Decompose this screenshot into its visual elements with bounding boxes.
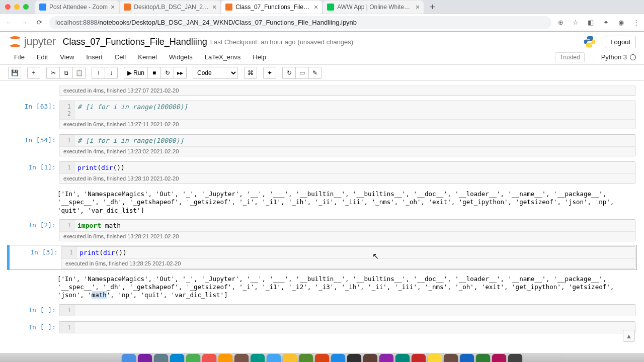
cut-button[interactable]: ✂ <box>46 67 59 79</box>
move-up-button[interactable]: ↑ <box>92 67 105 79</box>
dock-app-icon[interactable] <box>251 354 265 361</box>
dock-app-icon[interactable] <box>492 354 506 361</box>
dock-app-icon[interactable] <box>444 354 458 361</box>
code-input[interactable]: print(dir()) <box>76 247 635 258</box>
add-cell-button[interactable]: ＋ <box>27 67 40 79</box>
tab-close-icon[interactable]: × <box>416 3 420 11</box>
nbextension-button-1[interactable]: ✦ <box>263 67 276 79</box>
dock-app-icon[interactable] <box>202 354 216 361</box>
interrupt-button[interactable]: ■ <box>147 67 160 79</box>
notebook-container[interactable]: executed in 4ms, finished 13:27:07 2021-… <box>0 81 644 361</box>
dock-app-icon[interactable] <box>508 354 522 361</box>
save-button[interactable]: 💾 <box>8 67 21 79</box>
dock-app-icon[interactable] <box>234 354 249 361</box>
trusted-indicator[interactable]: Trusted <box>555 52 584 62</box>
menu-insert[interactable]: Insert <box>80 51 109 63</box>
command-palette-button[interactable]: ⌘ <box>244 67 257 79</box>
url-host: localhost <box>55 19 81 26</box>
profile-icon[interactable]: ◉ <box>617 19 625 27</box>
paste-button[interactable]: 📋 <box>72 67 86 79</box>
minimize-window-button[interactable] <box>14 4 20 10</box>
scroll-to-top-button[interactable]: ▲ <box>623 330 635 342</box>
code-cell[interactable]: In [3]: 1 print(dir()) executed in 6ms, … <box>7 245 637 270</box>
code-cell[interactable]: executed in 4ms, finished 13:27:07 2021-… <box>7 84 637 97</box>
dock-app-icon[interactable] <box>379 354 393 361</box>
jupyter-logo[interactable]: jupyter <box>8 35 56 49</box>
dock-app-icon[interactable] <box>283 354 297 361</box>
reload-button[interactable]: ⟳ <box>34 18 44 28</box>
dock-app-icon[interactable] <box>347 354 361 361</box>
dock-app-icon[interactable] <box>363 354 377 361</box>
dock-app-icon[interactable] <box>460 354 474 361</box>
zoom-icon[interactable]: ⊕ <box>556 19 565 27</box>
dock-app-icon[interactable] <box>299 354 313 361</box>
dock-app-icon[interactable] <box>331 354 345 361</box>
browser-tab[interactable]: Class_07_Functions_File_Hand× <box>221 1 322 14</box>
code-cell[interactable]: In [1]: 1 print(dir()) executed in 8ms, … <box>7 160 637 185</box>
menu-kernel[interactable]: Kernel <box>132 51 163 63</box>
code-cell[interactable]: In [54]: 1 # [i for i in range(10000)] e… <box>7 133 637 158</box>
dock-app-icon[interactable] <box>267 354 281 361</box>
move-down-button[interactable]: ↓ <box>105 67 118 79</box>
menu-edit[interactable]: Edit <box>31 51 54 63</box>
menu-help[interactable]: Help <box>247 51 272 63</box>
copy-button[interactable]: ⧉ <box>59 67 72 79</box>
menu-view[interactable]: View <box>54 51 80 63</box>
restart-button[interactable]: ↻ <box>160 67 174 79</box>
back-button[interactable]: ← <box>4 18 14 28</box>
tab-close-icon[interactable]: × <box>212 3 216 11</box>
maximize-window-button[interactable] <box>23 4 29 10</box>
dock-app-icon[interactable] <box>476 354 490 361</box>
menu-cell[interactable]: Cell <box>109 51 132 63</box>
bookmark-icon[interactable]: ☆ <box>572 19 580 27</box>
code-input[interactable]: # [i for i in range(100000)] <box>74 101 635 119</box>
new-tab-button[interactable]: + <box>425 2 440 13</box>
kernel-indicator[interactable]: Python 3 <box>595 53 636 61</box>
dock-app-icon[interactable] <box>428 354 442 361</box>
code-input[interactable]: print(dir()) <box>74 162 635 173</box>
code-input[interactable] <box>74 305 635 316</box>
code-cell[interactable]: In [ ]: 1 <box>7 303 637 318</box>
prompt: In [3]: <box>11 246 61 268</box>
notebook-name[interactable]: Class_07_Functions_File_Handliing <box>63 37 207 47</box>
browser-tab[interactable]: AWW App | Online Whiteboard× <box>323 1 424 14</box>
menu-icon[interactable]: ⋮ <box>632 19 640 27</box>
browser-tab[interactable]: Post Attendee - Zoom× <box>35 1 119 14</box>
dock-app-icon[interactable] <box>122 354 136 361</box>
tab-close-icon[interactable]: × <box>314 3 318 11</box>
extensions-puzzle-icon[interactable]: ✦ <box>602 19 610 27</box>
dock-app-icon[interactable] <box>154 354 168 361</box>
tab-close-icon[interactable]: × <box>111 3 115 11</box>
dock-app-icon[interactable] <box>395 354 410 361</box>
nbextension-button-4[interactable]: ✎ <box>308 67 321 79</box>
browser-tab[interactable]: Desktop/LB_DSC_JAN_24_WK× <box>120 1 220 14</box>
menu-widgets[interactable]: Widgets <box>163 51 199 63</box>
code-input[interactable] <box>74 322 635 333</box>
dock-app-icon[interactable] <box>138 354 152 361</box>
menu-latex_envs[interactable]: LaTeX_envs <box>199 51 247 63</box>
dock-app-icon[interactable] <box>412 354 426 361</box>
tab-title: AWW App | Online Whiteboard <box>337 4 413 11</box>
logout-button[interactable]: Logout <box>605 36 636 48</box>
restart-run-all-button[interactable]: ▸▸ <box>174 67 187 79</box>
forward-button[interactable]: → <box>19 18 29 28</box>
code-cell[interactable]: In [ ]: 1 <box>7 320 637 335</box>
nbextension-button-2[interactable]: ↻ <box>282 67 295 79</box>
python-logo-icon <box>583 35 597 49</box>
close-window-button[interactable] <box>5 4 11 10</box>
code-cell[interactable]: In [63]: 12 # [i for i in range(100000)]… <box>7 99 637 131</box>
nbextension-button-3[interactable]: ▭ <box>295 67 308 79</box>
address-bar[interactable]: localhost:8888/notebooks/Desktop/LB_DSC_… <box>49 16 551 29</box>
menu-file[interactable]: File <box>8 51 31 63</box>
dock-app-icon[interactable] <box>315 354 329 361</box>
run-button[interactable]: ▶ Run <box>124 67 147 79</box>
dock-app-icon[interactable] <box>186 354 200 361</box>
code-input[interactable]: # [i for i in range(10000)] <box>74 135 635 146</box>
code-input[interactable]: import math <box>74 220 635 231</box>
dock-app-icon[interactable] <box>170 354 184 361</box>
extension-icon[interactable]: ◧ <box>587 19 595 27</box>
code-cell[interactable]: In [2]: 1 import math executed in 8ms, f… <box>7 218 637 243</box>
cell-type-select[interactable]: Code <box>193 67 238 79</box>
dock-app-icon[interactable] <box>218 354 232 361</box>
prompt <box>9 85 59 96</box>
